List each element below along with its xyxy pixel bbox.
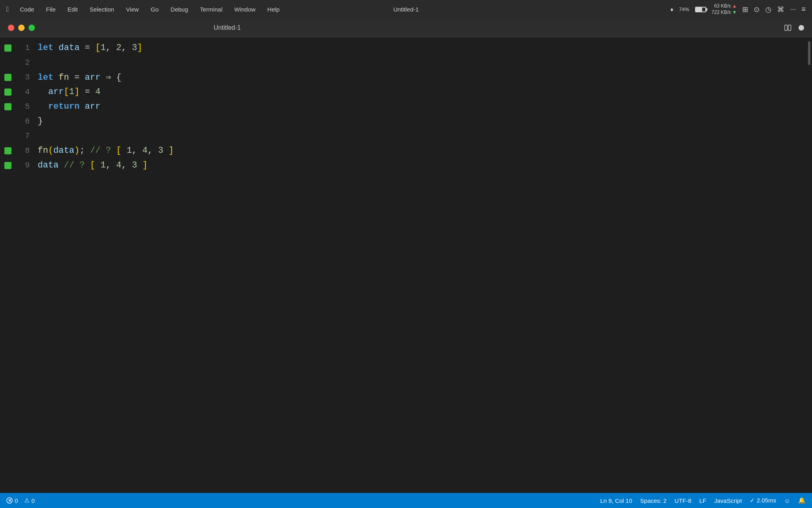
line-number-9: 9 xyxy=(16,158,38,173)
menu-view[interactable]: View xyxy=(124,4,141,14)
debug-dot-9 xyxy=(4,162,11,169)
language-mode[interactable]: JavaScript xyxy=(714,497,742,504)
network-up: 63 KB/s ▲ xyxy=(712,3,737,10)
window-chrome: Untitled-1 xyxy=(0,19,812,37)
menu-file[interactable]: File xyxy=(44,4,58,14)
line-2: 2 xyxy=(0,55,812,70)
status-bar: ✕ 0 ⚠ 0 Ln 9, Col 10 Spaces: 2 UTF-8 LF … xyxy=(0,493,812,508)
feedback-icon[interactable]: ☺ xyxy=(784,497,790,504)
network-down: 722 KB/s ▼ xyxy=(712,10,737,16)
svg-rect-0 xyxy=(785,25,787,31)
menu-selection[interactable]: Selection xyxy=(87,4,117,14)
line-3: 3let fn = arr ⇒ { xyxy=(0,70,812,85)
line-6: 6} xyxy=(0,114,812,129)
debug-dot-8 xyxy=(4,147,11,154)
debug-dot-col-5 xyxy=(0,103,16,110)
encoding[interactable]: UTF-8 xyxy=(674,497,691,504)
wavedrom-icon: ♦ xyxy=(670,6,674,13)
warning-icon: ⚠ xyxy=(24,497,29,504)
debug-dot-col-3 xyxy=(0,74,16,81)
line-ending[interactable]: LF xyxy=(699,497,707,504)
scrollbar[interactable] xyxy=(806,37,812,477)
line-number-6: 6 xyxy=(16,114,38,129)
cursor-position[interactable]: Ln 9, Col 10 xyxy=(600,497,632,504)
status-bar-left: ✕ 0 ⚠ 0 xyxy=(6,497,35,504)
debug-dot-col-9 xyxy=(0,162,16,169)
menu-code[interactable]: Code xyxy=(17,4,36,14)
editor-area: 1let data = [1, 2, 3]23let fn = arr ⇒ {4… xyxy=(0,37,812,477)
window-controls xyxy=(419,23,804,32)
line-number-1: 1 xyxy=(16,40,38,55)
line-number-4: 4 xyxy=(16,85,38,99)
line-5: 5 return arr xyxy=(0,99,812,114)
battery-percentage: 74% xyxy=(679,6,689,12)
menu-bar-left:  Code File Edit Selection View Go Debug… xyxy=(6,4,282,14)
unsaved-indicator xyxy=(799,25,804,31)
split-editor-button[interactable] xyxy=(783,23,792,32)
menubar-icon-4[interactable]: ⌘ xyxy=(777,5,784,14)
line-content-4[interactable]: arr[1] = 4 xyxy=(38,87,812,97)
debug-dot-col-8 xyxy=(0,147,16,154)
line-8: 8fn(data); // ? [ 1, 4, 3 ] xyxy=(0,143,812,158)
menu-terminal[interactable]: Terminal xyxy=(197,4,225,14)
window-title: Untitled-1 xyxy=(393,6,419,13)
status-bar-right: Ln 9, Col 10 Spaces: 2 UTF-8 LF JavaScri… xyxy=(600,497,806,504)
menu-edit[interactable]: Edit xyxy=(65,4,80,14)
line-number-3: 3 xyxy=(16,70,38,85)
line-4: 4 arr[1] = 4 xyxy=(0,85,812,99)
line-content-6[interactable]: } xyxy=(38,116,812,126)
line-9: 9data // ? [ 1, 4, 3 ] xyxy=(0,158,812,173)
line-content-5[interactable]: return arr xyxy=(38,102,812,112)
apple-icon[interactable]:  xyxy=(6,6,9,13)
menu-go[interactable]: Go xyxy=(148,4,161,14)
error-icon: ✕ xyxy=(6,497,13,504)
indentation[interactable]: Spaces: 2 xyxy=(640,497,667,504)
battery-icon xyxy=(695,7,706,12)
line-content-1[interactable]: let data = [1, 2, 3] xyxy=(38,43,812,53)
debug-dot-col-4 xyxy=(0,89,16,96)
error-count[interactable]: ✕ 0 xyxy=(6,497,18,504)
minimize-button[interactable] xyxy=(18,25,25,31)
menu-help[interactable]: Help xyxy=(265,4,282,14)
line-1: 1let data = [1, 2, 3] xyxy=(0,40,812,55)
menubar-icon-1[interactable]: ⊞ xyxy=(742,5,748,14)
debug-dot-5 xyxy=(4,103,11,110)
timing[interactable]: ✓ 2.05ms xyxy=(750,497,776,504)
close-button[interactable] xyxy=(8,25,14,31)
line-content-9[interactable]: data // ? [ 1, 4, 3 ] xyxy=(38,160,812,170)
menubar-icon-6[interactable]: ≡ xyxy=(801,5,806,13)
debug-dot-3 xyxy=(4,74,11,81)
svg-text:✕: ✕ xyxy=(8,498,11,503)
split-editor-icon xyxy=(784,24,791,31)
maximize-button[interactable] xyxy=(29,25,35,31)
warning-count[interactable]: ⚠ 0 xyxy=(24,497,34,504)
line-7: 7 xyxy=(0,129,812,143)
traffic-lights xyxy=(8,25,35,31)
line-number-8: 8 xyxy=(16,143,38,158)
line-number-2: 2 xyxy=(16,55,38,70)
line-content-8[interactable]: fn(data); // ? [ 1, 4, 3 ] xyxy=(38,146,812,156)
line-number-5: 5 xyxy=(16,99,38,114)
menu-bar-right: ♦ 74% 63 KB/s ▲ 722 KB/s ▼ ⊞ ⊙ ◷ ⌘ ··· ≡ xyxy=(670,3,806,15)
debug-dot-1 xyxy=(4,44,11,52)
debug-dot-col-1 xyxy=(0,44,16,52)
editor-tab-title: Untitled-1 xyxy=(214,24,241,31)
debug-dot-4 xyxy=(4,89,11,96)
menubar-icon-3[interactable]: ◷ xyxy=(765,5,772,14)
line-content-3[interactable]: let fn = arr ⇒ { xyxy=(38,72,812,83)
menu-window[interactable]: Window xyxy=(232,4,258,14)
error-circle-icon: ✕ xyxy=(6,497,13,504)
network-stats: 63 KB/s ▲ 722 KB/s ▼ xyxy=(712,3,737,15)
menu-debug[interactable]: Debug xyxy=(168,4,190,14)
svg-rect-1 xyxy=(788,25,791,31)
notification-icon[interactable]: 🔔 xyxy=(798,497,806,504)
menubar-icon-5[interactable]: ··· xyxy=(790,5,796,13)
line-number-7: 7 xyxy=(16,129,38,143)
menubar-icon-2[interactable]: ⊙ xyxy=(754,5,760,14)
menu-bar:  Code File Edit Selection View Go Debug… xyxy=(0,0,812,19)
